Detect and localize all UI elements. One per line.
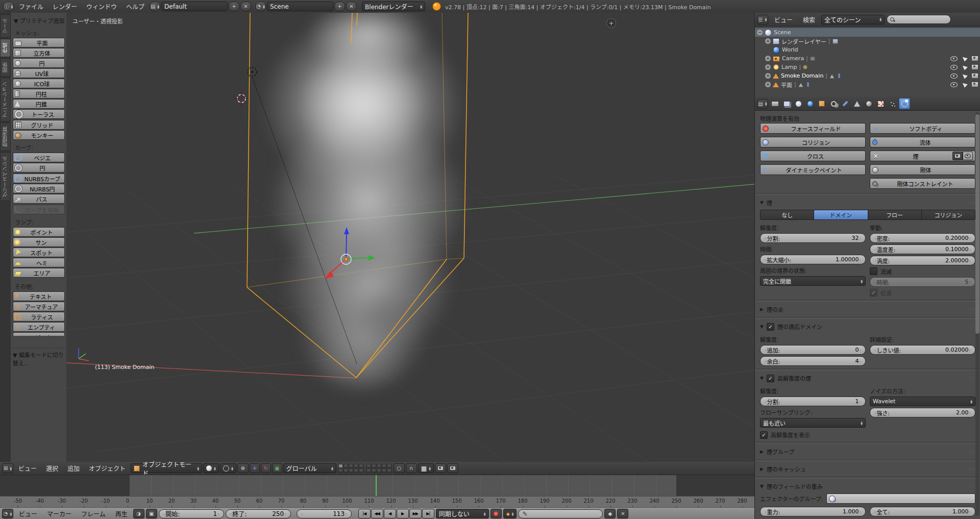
- smoke-groups-panel-header[interactable]: ▶煙グループ::::: [760, 447, 975, 457]
- outliner-row[interactable]: +Camera|: [755, 54, 980, 63]
- cube-button[interactable]: 立方体: [13, 48, 65, 58]
- adaptive-domain-checkbox[interactable]: ✓: [767, 323, 774, 331]
- delete-scene-button[interactable]: ✕: [346, 2, 357, 11]
- snap-element-select[interactable]: ▦ ▲▼: [418, 463, 434, 473]
- layer-cell[interactable]: [366, 468, 371, 473]
- layer-cell[interactable]: [349, 468, 353, 473]
- tab-constraints[interactable]: [828, 98, 839, 109]
- weight-gravity-slider[interactable]: ‹重力: 1.000›: [760, 507, 866, 516]
- torus-button[interactable]: トーラス: [13, 109, 65, 119]
- visibility-eye-icon[interactable]: [950, 65, 958, 70]
- timeline-track-area[interactable]: [0, 475, 754, 497]
- lattice-button[interactable]: ラティス: [13, 312, 65, 322]
- screen-layout-icon[interactable]: ▤▲▼: [150, 2, 160, 11]
- tab-material[interactable]: [864, 98, 874, 109]
- renderability-camera-icon[interactable]: [971, 64, 978, 70]
- adaptive-domain-panel-header[interactable]: ▼✓ 煙の適応ドメイン::::: [760, 322, 975, 332]
- tool-shelf-tab[interactable]: グリースペンシル: [0, 152, 11, 201]
- border-collisions-select[interactable]: 完全に閉鎖▲▼: [760, 276, 866, 286]
- visibility-eye-icon[interactable]: [950, 82, 958, 87]
- layer-cell[interactable]: [344, 464, 348, 468]
- blender-info-editor-icon[interactable]: ⓘ▲▼: [3, 2, 14, 11]
- manipulator-rotate-toggle[interactable]: ↻: [261, 463, 271, 473]
- view-menu[interactable]: ビュー: [14, 464, 41, 473]
- monkey-button[interactable]: モンキー: [13, 130, 65, 140]
- outliner-row[interactable]: +World: [755, 45, 980, 54]
- timeline-ruler[interactable]: -50-40-30-20-100102030405060708090100110…: [0, 496, 754, 508]
- effector-group-field[interactable]: [826, 493, 975, 504]
- dissolve-slow-checkbox[interactable]: ✓: [870, 289, 877, 296]
- selectability-cursor-icon[interactable]: [961, 81, 968, 88]
- flow-sampling-select[interactable]: 最も近い▲▼: [760, 418, 866, 428]
- smoke-flames-panel-header[interactable]: ▶煙の炎::::: [760, 304, 975, 314]
- expand-icon[interactable]: +: [765, 56, 771, 61]
- transform-orientation-select[interactable]: グローバル▲▼: [283, 463, 336, 473]
- menu-help[interactable]: ヘルプ: [122, 2, 149, 11]
- layer-cell[interactable]: [366, 464, 371, 468]
- 煙-physics-button[interactable]: ×煙: [870, 151, 975, 161]
- density-slider[interactable]: ‹密度: 0.20000›: [870, 233, 975, 243]
- adaptive-additional-slider[interactable]: ‹追加: 0›: [760, 345, 866, 355]
- bezier-button[interactable]: ベジエ: [13, 153, 65, 162]
- show-highres-checkbox[interactable]: ✓: [760, 431, 768, 439]
- pivot-point-select[interactable]: ▲▼: [220, 463, 236, 473]
- dissolve-checkbox[interactable]: [870, 267, 877, 275]
- tool-shelf-tab[interactable]: ツール: [0, 14, 11, 38]
- frame-start-field[interactable]: ‹開始: 1›: [159, 509, 224, 518]
- timeline-current-frame-line[interactable]: [376, 475, 377, 497]
- add-primitive-panel-header[interactable]: ▼ プリミティブ追加: [14, 16, 65, 24]
- tab-physics[interactable]: [899, 98, 910, 109]
- layer-cell[interactable]: [382, 464, 386, 468]
- editor-type-3dview-icon[interactable]: ⊞▲▼: [2, 463, 13, 473]
- outliner-row[interactable]: +レンダーレイヤー|: [755, 37, 980, 45]
- visibility-eye-icon[interactable]: [950, 56, 958, 61]
- editor-type-properties-icon[interactable]: ▤▲▼: [757, 99, 768, 109]
- smoke-cache-panel-header[interactable]: ▶煙のキャッシュ::::: [760, 464, 975, 474]
- highres-smoke-checkbox[interactable]: ✓: [767, 375, 774, 382]
- ソフトボディ-physics-button[interactable]: ~ソフトボディ: [870, 123, 975, 134]
- smoke-type-フロー[interactable]: フロー: [868, 210, 922, 220]
- expand-icon[interactable]: +: [765, 38, 771, 44]
- edit-mode-panel-header[interactable]: ▼ 編集モードに切り替え..: [13, 351, 66, 367]
- delete-layout-button[interactable]: ✕: [240, 2, 251, 11]
- editor-type-outliner-icon[interactable]: ☰▲▼: [757, 15, 768, 24]
- viewport-shading-select[interactable]: ▲▼: [203, 463, 219, 473]
- layer-cell[interactable]: [354, 464, 358, 468]
- smoke-view-toggle-icon[interactable]: [963, 152, 973, 160]
- opengl-render-still-icon[interactable]: [435, 463, 446, 473]
- menu-render[interactable]: レンダー: [48, 2, 81, 11]
- ncurve-button[interactable]: NURBSカーブ: [13, 174, 65, 183]
- layers-widget-group2[interactable]: [366, 464, 391, 473]
- outliner-row[interactable]: +平面|: [755, 80, 980, 89]
- spot-button[interactable]: スポット: [13, 248, 65, 257]
- コリジョン-physics-button[interactable]: コリジョン: [760, 137, 866, 147]
- next-keyframe-button[interactable]: ▶▶: [409, 509, 422, 518]
- speaker-button[interactable]: スピーカ: [13, 332, 65, 336]
- dissolve-time-slider[interactable]: ‹時間: 5›: [870, 277, 975, 287]
- cone-button[interactable]: 円錐: [13, 99, 65, 109]
- play-button[interactable]: ▶: [397, 509, 409, 518]
- noise-strength-slider[interactable]: ‹強さ: 2.00›: [870, 408, 975, 417]
- selectability-cursor-icon[interactable]: [961, 55, 968, 62]
- timeline-playback-menu[interactable]: 再生: [111, 509, 132, 518]
- renderability-camera-icon[interactable]: [971, 82, 978, 87]
- jump-to-end-button[interactable]: ▶|: [422, 509, 434, 518]
- editor-type-timeline-icon[interactable]: ◔▲▼: [2, 509, 13, 518]
- icosphere-button[interactable]: ICO球: [13, 79, 65, 88]
- 流体-physics-button[interactable]: 流体: [870, 137, 975, 147]
- object-menu[interactable]: オブジェクト: [85, 464, 130, 473]
- properties-scrollbar[interactable]: [975, 112, 979, 516]
- expand-icon[interactable]: +: [765, 73, 771, 79]
- timeline-frame-menu[interactable]: フレーム: [77, 509, 110, 518]
- outliner-search-menu[interactable]: 検索: [799, 15, 819, 24]
- armature-button[interactable]: 大アーマチュア: [13, 302, 65, 311]
- renderability-camera-icon[interactable]: [971, 56, 978, 61]
- weight-all-slider[interactable]: ‹全て: 1.000›: [870, 507, 975, 516]
- tab-modifiers[interactable]: [840, 98, 850, 109]
- layer-cell[interactable]: [382, 468, 386, 473]
- layers-widget-group1[interactable]: [338, 464, 363, 473]
- sun-button[interactable]: サン: [13, 237, 65, 247]
- opengl-render-anim-icon[interactable]: [447, 463, 458, 473]
- layer-cell[interactable]: [354, 468, 358, 473]
- proportional-editing-icon[interactable]: ○: [394, 463, 405, 473]
